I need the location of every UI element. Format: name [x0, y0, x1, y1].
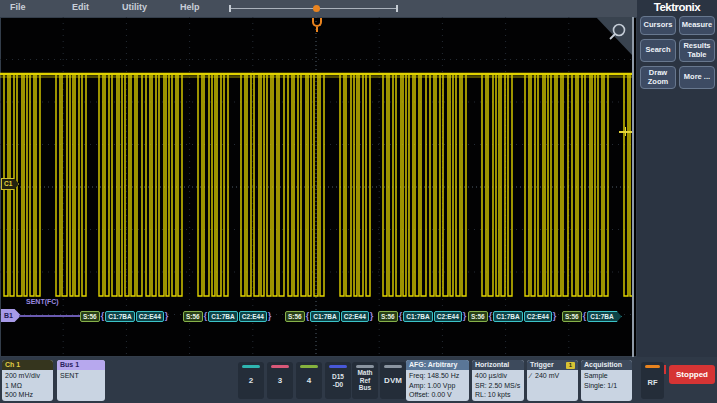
bus-packet-status: S:56: [183, 311, 203, 322]
button-label: 4: [307, 377, 311, 385]
ch1-badge[interactable]: Ch 1 200 mV/div1 MΩ500 MHz: [2, 360, 53, 401]
channel-color-stripe: [329, 365, 347, 368]
bus-packet-group: S:56{C1:7BAC2:E44}: [80, 310, 168, 323]
front-panel-button-2[interactable]: 2: [238, 362, 264, 399]
bus-packet-data: C1:7BA: [105, 311, 134, 322]
bus-packet-group: S:56{C1:7BAC2:E44}: [468, 310, 556, 323]
bus-baseline: [19, 315, 80, 317]
readout-line: Single: 1/1: [584, 381, 629, 391]
menu-item-utility[interactable]: Utility: [122, 2, 147, 12]
bus-bracket: {: [399, 311, 403, 322]
readout-line: Offset: 0.00 V: [409, 390, 466, 400]
bus-bracket: }: [370, 311, 374, 322]
bus-packet-status: S:56: [378, 311, 398, 322]
readout-line: 200 mV/div: [5, 371, 50, 381]
run-stop-button[interactable]: Stopped: [669, 365, 715, 384]
front-panel-button-d15d0[interactable]: D15-D0: [325, 362, 351, 399]
front-panel-button-dvm[interactable]: DVM: [380, 362, 406, 399]
bus1-badge[interactable]: Bus 1 SENT: [57, 360, 105, 401]
readout-line: 400 µs/div: [475, 371, 521, 381]
bus-bracket: }: [553, 311, 557, 322]
bus-packet-group: S:56{C1:7BA: [562, 310, 622, 323]
bus-packet-data: C1:7BA: [493, 311, 522, 322]
rf-stripe: [645, 365, 660, 368]
bus-decode-label: SENT(FC): [26, 298, 59, 305]
bus1-badge-title: Bus 1: [57, 360, 105, 370]
ch1-readout: 200 mV/div1 MΩ500 MHz: [2, 370, 53, 401]
trigger-position-marker[interactable]: [310, 18, 324, 32]
button-label: DVM: [384, 377, 402, 385]
zoom-corner-icon[interactable]: [596, 17, 632, 55]
menu-item-help[interactable]: Help: [180, 2, 200, 12]
menu-item-file[interactable]: File: [10, 2, 26, 12]
horizontal-badge-title: Horizontal: [472, 360, 524, 370]
bus-packet-status: S:56: [285, 311, 305, 322]
run-state-divider: [664, 365, 666, 374]
acquisition-badge-title: Acquisition: [581, 360, 632, 370]
bus-packet-status: S:56: [468, 311, 488, 322]
bus-bracket: {: [101, 311, 105, 322]
trigger-level-marker[interactable]: [619, 127, 632, 136]
track-right-bracket: [396, 5, 398, 12]
right-sidebar: Tektronix CursorsMeasureSearchResults Ta…: [637, 0, 717, 357]
afg-badge-title: AFG: Arbitrary: [406, 360, 469, 370]
button-label: 3: [278, 377, 282, 385]
bus-packet-data: C1:7BA: [587, 311, 621, 322]
trigger-readout: ∕ 240 mV: [527, 370, 578, 382]
sidebar-button-measure[interactable]: Measure: [679, 16, 715, 35]
readout-line: Amp: 1.00 Vpp: [409, 381, 466, 391]
front-panel-button-3[interactable]: 3: [267, 362, 293, 399]
afg-badge[interactable]: AFG: Arbitrary Freq: 148.50 HzAmp: 1.00 …: [406, 360, 469, 401]
track-left-bracket: [229, 5, 231, 12]
bus-packet-status: S:56: [562, 311, 582, 322]
menu-item-edit[interactable]: Edit: [72, 2, 89, 12]
button-label: -D0: [333, 381, 343, 389]
sidebar-button-more[interactable]: More ...: [679, 66, 715, 89]
bus-packet-data: C2:E44: [524, 311, 552, 322]
button-label: Ref: [360, 377, 370, 385]
button-label: Math: [357, 369, 372, 377]
bus-packet-group: S:56{C1:7BAC2:E44}: [285, 310, 373, 323]
sidebar-button-search[interactable]: Search: [640, 39, 676, 62]
ch1-badge-title: Ch 1: [2, 360, 53, 370]
channel-color-stripe: [242, 365, 260, 368]
readout-line: 1 MΩ: [5, 381, 50, 391]
bus-bracket: {: [204, 311, 208, 322]
button-label: D15: [332, 373, 344, 381]
bus-bracket: {: [489, 311, 493, 322]
sidebar-button-cursors[interactable]: Cursors: [640, 16, 676, 35]
trigger-position-handle[interactable]: [313, 5, 320, 12]
status-bar: Ch 1 200 mV/div1 MΩ500 MHz Bus 1 SENT 23…: [0, 357, 717, 403]
bus1-readout: SENT: [57, 370, 105, 382]
waveform-graticule-area[interactable]: C1 SENT(FC) B1 S:56{C1:7BAC2:E44}S:56{C1…: [0, 17, 637, 357]
rf-button[interactable]: RF: [641, 362, 664, 399]
horizontal-badge[interactable]: Horizontal 400 µs/divSR: 2.50 MS/sRL: 10…: [472, 360, 524, 401]
channel-color-stripe: [356, 365, 374, 368]
button-label: 2: [249, 377, 253, 385]
front-panel-button-4[interactable]: 4: [296, 362, 322, 399]
channel-color-stripe: [300, 365, 318, 368]
ch1-waveform[interactable]: [0, 17, 632, 357]
bus-packet-data: C2:E44: [136, 311, 164, 322]
bus-packet-data: C2:E44: [239, 311, 267, 322]
afg-readout: Freq: 148.50 HzAmp: 1.00 VppOffset: 0.00…: [406, 370, 469, 401]
menu-bar: FileEditUtilityHelp: [0, 0, 637, 17]
acquisition-readout: SampleSingle: 1/1: [581, 370, 632, 391]
readout-line: Sample: [584, 371, 629, 381]
panel-divider[interactable]: [632, 17, 634, 357]
bus-packet-group: S:56{C1:7BAC2:E44}: [183, 310, 271, 323]
sidebar-button-results-table[interactable]: Results Table: [679, 39, 715, 62]
readout-line: Freq: 148.50 Hz: [409, 371, 466, 381]
trigger-badge[interactable]: Trigger 1 ∕ 240 mV: [527, 360, 578, 401]
bus-packet-data: C2:E44: [341, 311, 369, 322]
front-panel-button-mathrefbus[interactable]: MathRefBus: [352, 362, 378, 399]
bus-packet-group: S:56{C1:7BAC2:E44}: [378, 310, 466, 323]
bus-packet-data: C1:7BA: [403, 311, 432, 322]
acquisition-badge[interactable]: Acquisition SampleSingle: 1/1: [581, 360, 632, 401]
bus-bracket: {: [306, 311, 310, 322]
sidebar-button-draw-zoom[interactable]: Draw Zoom: [640, 66, 676, 89]
readout-line: RL: 10 kpts: [475, 390, 521, 400]
bus-packet-data: C2:E44: [434, 311, 462, 322]
readout-line: SR: 2.50 MS/s: [475, 381, 521, 391]
channel-color-stripe: [271, 365, 289, 368]
